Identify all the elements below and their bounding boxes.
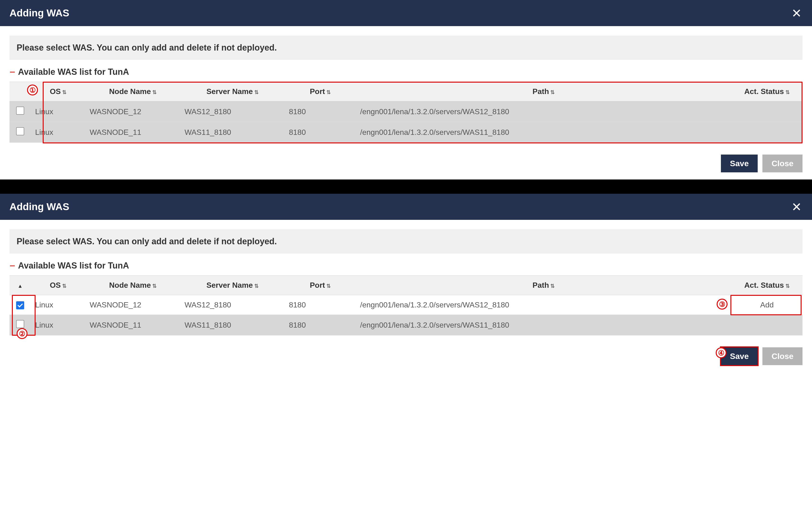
col-path[interactable]: Path⇅ (356, 82, 731, 101)
col-status[interactable]: Act. Status⇅ (731, 276, 802, 295)
table-row[interactable]: Linux WASNODE_12 WAS12_8180 8180 /engn00… (10, 295, 802, 315)
sort-icon: ⇅ (62, 283, 67, 289)
cell-path: /engn001/lena/1.3.2.0/servers/WAS12_8180 (356, 101, 731, 122)
close-icon[interactable] (791, 7, 802, 19)
dialog-buttons: ④ Save Close (10, 345, 802, 365)
sort-icon: ⇅ (254, 283, 259, 289)
cell-server: WAS12_8180 (180, 101, 285, 122)
cell-path: /engn001/lena/1.3.2.0/servers/WAS12_8180 (356, 295, 731, 315)
col-port[interactable]: Port⇅ (285, 82, 356, 101)
dialog-adding-was-1: Adding WAS Please select WAS. You can on… (0, 0, 812, 179)
row-checkbox[interactable] (16, 107, 24, 115)
sort-icon: ⇅ (152, 89, 156, 95)
table-header-row: OS⇅ Node Name⇅ Server Name⇅ Port⇅ Path⇅ … (10, 82, 802, 101)
cell-server: WAS11_8180 (180, 122, 285, 143)
cell-node: WASNODE_11 (86, 315, 180, 336)
table-row[interactable]: Linux WASNODE_11 WAS11_8180 8180 /engn00… (10, 315, 802, 336)
collapse-icon[interactable]: − (10, 263, 15, 269)
cell-os: Linux (31, 101, 86, 122)
cell-status (731, 315, 802, 336)
available-was-table-1: OS⇅ Node Name⇅ Server Name⇅ Port⇅ Path⇅ … (10, 82, 802, 143)
panel-separator (0, 179, 812, 194)
save-button[interactable]: Save (721, 347, 758, 365)
dialog-header: Adding WAS (0, 0, 812, 26)
table-row[interactable]: Linux WASNODE_12 WAS12_8180 8180 /engn00… (10, 101, 802, 122)
col-server[interactable]: Server Name⇅ (180, 276, 285, 295)
section-title: Available WAS list for TunA (18, 67, 129, 77)
sort-icon: ⇅ (62, 89, 67, 95)
cell-server: WAS12_8180 (180, 295, 285, 315)
section-header: − Available WAS list for TunA (10, 261, 802, 271)
sort-asc-icon: ▲ (18, 283, 23, 289)
col-port[interactable]: Port⇅ (285, 276, 356, 295)
cell-port: 8180 (285, 122, 356, 143)
dialog-title: Adding WAS (10, 7, 69, 19)
info-message: Please select WAS. You can only add and … (10, 229, 802, 254)
sort-icon: ⇅ (326, 89, 331, 95)
sort-icon: ⇅ (550, 89, 554, 95)
dialog-body: Please select WAS. You can only add and … (0, 220, 812, 372)
col-server[interactable]: Server Name⇅ (180, 82, 285, 101)
dialog-buttons: Save Close (10, 152, 802, 173)
section-header: − Available WAS list for TunA (10, 67, 802, 77)
cell-os: Linux (31, 122, 86, 143)
close-button[interactable]: Close (762, 347, 802, 365)
col-node[interactable]: Node Name⇅ (86, 276, 180, 295)
available-was-table-2: ▲ OS⇅ Node Name⇅ Server Name⇅ Port⇅ Path… (10, 275, 802, 336)
row-checkbox[interactable] (16, 127, 24, 135)
cell-node: WASNODE_12 (86, 295, 180, 315)
cell-os: Linux (31, 315, 86, 336)
sort-icon: ⇅ (254, 89, 259, 95)
table-row[interactable]: Linux WASNODE_11 WAS11_8180 8180 /engn00… (10, 122, 802, 143)
section-title: Available WAS list for TunA (18, 261, 129, 271)
cell-node: WASNODE_12 (86, 101, 180, 122)
table-header-row: ▲ OS⇅ Node Name⇅ Server Name⇅ Port⇅ Path… (10, 276, 802, 295)
dialog-adding-was-2: Adding WAS Please select WAS. You can on… (0, 194, 812, 372)
collapse-icon[interactable]: − (10, 69, 15, 75)
cell-status (731, 101, 802, 122)
cell-path: /engn001/lena/1.3.2.0/servers/WAS11_8180 (356, 315, 731, 336)
dialog-header: Adding WAS (0, 194, 812, 220)
sort-icon: ⇅ (786, 89, 790, 95)
col-path[interactable]: Path⇅ (356, 276, 731, 295)
sort-icon: ⇅ (550, 283, 554, 289)
close-button[interactable]: Close (762, 155, 802, 173)
sort-icon: ⇅ (152, 283, 156, 289)
dialog-body: Please select WAS. You can only add and … (0, 26, 812, 179)
cell-port: 8180 (285, 295, 356, 315)
cell-node: WASNODE_11 (86, 122, 180, 143)
col-checkbox[interactable]: ▲ (10, 276, 31, 295)
row-checkbox[interactable] (16, 320, 24, 328)
col-os[interactable]: OS⇅ (31, 276, 86, 295)
cell-port: 8180 (285, 315, 356, 336)
dialog-title: Adding WAS (10, 201, 69, 213)
cell-os: Linux (31, 295, 86, 315)
cell-port: 8180 (285, 101, 356, 122)
col-checkbox[interactable] (10, 82, 31, 101)
info-message: Please select WAS. You can only add and … (10, 36, 802, 60)
close-icon[interactable] (791, 201, 802, 213)
col-status[interactable]: Act. Status⇅ (731, 82, 802, 101)
sort-icon: ⇅ (326, 283, 331, 289)
sort-icon: ⇅ (786, 283, 790, 289)
save-button[interactable]: Save (721, 155, 758, 173)
col-node[interactable]: Node Name⇅ (86, 82, 180, 101)
cell-path: /engn001/lena/1.3.2.0/servers/WAS11_8180 (356, 122, 731, 143)
col-os[interactable]: OS⇅ (31, 82, 86, 101)
cell-status (731, 122, 802, 143)
cell-status: Add (731, 295, 802, 315)
row-checkbox[interactable] (16, 301, 24, 309)
cell-server: WAS11_8180 (180, 315, 285, 336)
